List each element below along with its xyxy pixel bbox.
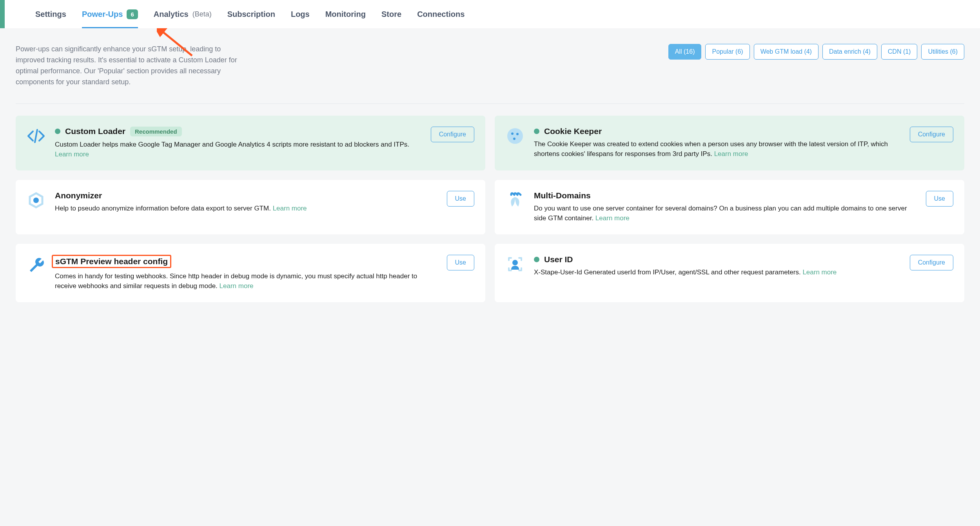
filter-bar: All (16) Popular (6) Web GTM load (4) Da… — [668, 44, 964, 60]
card-title: Anonymizer — [55, 191, 102, 200]
card-desc-text: The Cookie Keeper was created to extend … — [534, 140, 888, 158]
tab-analytics[interactable]: Analytics (Beta) — [154, 0, 212, 28]
filter-popular[interactable]: Popular (6) — [705, 44, 750, 60]
tab-label: Settings — [35, 10, 66, 19]
learn-more-link[interactable]: Learn more — [802, 268, 837, 276]
learn-more-link[interactable]: Learn more — [714, 150, 748, 158]
card-desc-text: Help to pseudo anonymize information bef… — [55, 205, 271, 212]
annotation-highlight: sGTM Preview header config — [52, 255, 171, 268]
status-dot-icon — [534, 129, 539, 134]
learn-more-link[interactable]: Learn more — [595, 214, 630, 222]
svg-line-1 — [35, 130, 37, 142]
filter-utilities[interactable]: Utilities (6) — [921, 44, 964, 60]
card-action: Configure — [431, 127, 474, 142]
card-action: Configure — [910, 127, 953, 142]
multi-icon — [506, 191, 524, 210]
tab-subscription[interactable]: Subscription — [227, 0, 275, 28]
tab-logs[interactable]: Logs — [291, 0, 310, 28]
card-body: Anonymizer Help to pseudo anonymize info… — [55, 191, 437, 214]
tab-label: Subscription — [227, 10, 275, 19]
card-head: sGTM Preview header config — [55, 255, 437, 268]
card-title: User ID — [544, 255, 573, 264]
card-user-id: User ID X-Stape-User-Id Generated userId… — [495, 244, 964, 302]
card-head: Cookie Keeper — [534, 127, 900, 136]
content-area: Power-ups can significantly enhance your… — [0, 28, 980, 310]
tab-beta-label: (Beta) — [192, 10, 212, 18]
status-dot-icon — [534, 257, 539, 262]
filter-web-gtm[interactable]: Web GTM load (4) — [754, 44, 818, 60]
card-desc: Do you want to use one server container … — [534, 203, 916, 223]
svg-point-7 — [512, 260, 518, 265]
card-anonymizer: Anonymizer Help to pseudo anonymize info… — [16, 180, 485, 234]
card-title: sGTM Preview header config — [55, 257, 168, 266]
card-desc: Help to pseudo anonymize information bef… — [55, 203, 437, 214]
svg-point-4 — [516, 133, 519, 135]
header-accent — [0, 0, 5, 28]
tab-label: Monitoring — [325, 10, 366, 19]
card-cookie-keeper: Cookie Keeper The Cookie Keeper was crea… — [495, 116, 964, 170]
card-desc-text: Do you want to use one server container … — [534, 205, 907, 222]
card-desc: The Cookie Keeper was created to extend … — [534, 139, 900, 159]
use-button[interactable]: Use — [926, 191, 953, 207]
card-action: Use — [926, 191, 953, 207]
filter-cdn[interactable]: CDN (1) — [881, 44, 918, 60]
learn-more-link[interactable]: Learn more — [220, 282, 254, 290]
tab-label: Power-Ups — [82, 10, 123, 19]
card-grid: Custom Loader Recommended Custom Loader … — [16, 116, 964, 302]
card-body: Cookie Keeper The Cookie Keeper was crea… — [534, 127, 900, 159]
header-bar: Settings Power-Ups 6 Analytics (Beta) Su… — [0, 0, 980, 28]
user-icon — [506, 255, 524, 274]
tab-label: Analytics — [154, 10, 189, 19]
configure-button[interactable]: Configure — [910, 127, 953, 142]
card-desc: Comes in handy for testing webhooks. Sin… — [55, 271, 437, 291]
code-icon — [27, 127, 45, 145]
card-title: Custom Loader — [65, 127, 125, 136]
card-head: Multi-Domains — [534, 191, 916, 200]
card-sgtm-preview: sGTM Preview header config Comes in hand… — [16, 244, 485, 302]
recommended-tag: Recommended — [130, 127, 182, 136]
use-button[interactable]: Use — [447, 255, 474, 270]
card-desc: Custom Loader helps make Google Tag Mana… — [55, 140, 421, 160]
card-title: Cookie Keeper — [544, 127, 602, 136]
svg-point-6 — [33, 198, 39, 203]
intro-row: Power-ups can significantly enhance your… — [16, 44, 964, 88]
learn-more-link[interactable]: Learn more — [55, 151, 89, 158]
configure-button[interactable]: Configure — [910, 255, 953, 270]
learn-more-link[interactable]: Learn more — [273, 205, 307, 212]
intro-text: Power-ups can significantly enhance your… — [16, 44, 251, 88]
card-body: User ID X-Stape-User-Id Generated userId… — [534, 255, 900, 278]
card-desc: X-Stape-User-Id Generated userId from IP… — [534, 267, 900, 278]
tab-label: Logs — [291, 10, 310, 19]
filter-all[interactable]: All (16) — [668, 44, 702, 60]
divider — [16, 103, 964, 104]
card-multi-domains: Multi-Domains Do you want to use one ser… — [495, 180, 964, 234]
card-action: Configure — [910, 255, 953, 270]
tab-label: Connections — [417, 10, 465, 19]
card-action: Use — [447, 191, 474, 207]
card-title: Multi-Domains — [534, 191, 591, 200]
tab-monitoring[interactable]: Monitoring — [325, 0, 366, 28]
card-body: sGTM Preview header config Comes in hand… — [55, 255, 437, 291]
tabs-nav: Settings Power-Ups 6 Analytics (Beta) Su… — [16, 0, 465, 28]
card-desc-text: Custom Loader helps make Google Tag Mana… — [55, 141, 409, 148]
wrench-icon — [27, 255, 45, 274]
card-desc-text: X-Stape-User-Id Generated userId from IP… — [534, 268, 801, 276]
tab-power-ups[interactable]: Power-Ups 6 — [82, 0, 138, 28]
svg-point-5 — [513, 138, 515, 140]
tab-connections[interactable]: Connections — [417, 0, 465, 28]
tab-store[interactable]: Store — [381, 0, 401, 28]
cookie-icon — [506, 127, 524, 145]
tab-settings[interactable]: Settings — [35, 0, 66, 28]
use-button[interactable]: Use — [447, 191, 474, 207]
card-head: Custom Loader Recommended — [55, 127, 421, 136]
hexagon-icon — [27, 191, 45, 210]
card-body: Multi-Domains Do you want to use one ser… — [534, 191, 916, 223]
svg-point-3 — [511, 132, 514, 135]
card-action: Use — [447, 255, 474, 270]
card-head: Anonymizer — [55, 191, 437, 200]
filter-data-enrich[interactable]: Data enrich (4) — [822, 44, 877, 60]
configure-button[interactable]: Configure — [431, 127, 474, 142]
card-head: User ID — [534, 255, 900, 264]
card-custom-loader: Custom Loader Recommended Custom Loader … — [16, 116, 485, 170]
svg-point-2 — [507, 128, 523, 144]
